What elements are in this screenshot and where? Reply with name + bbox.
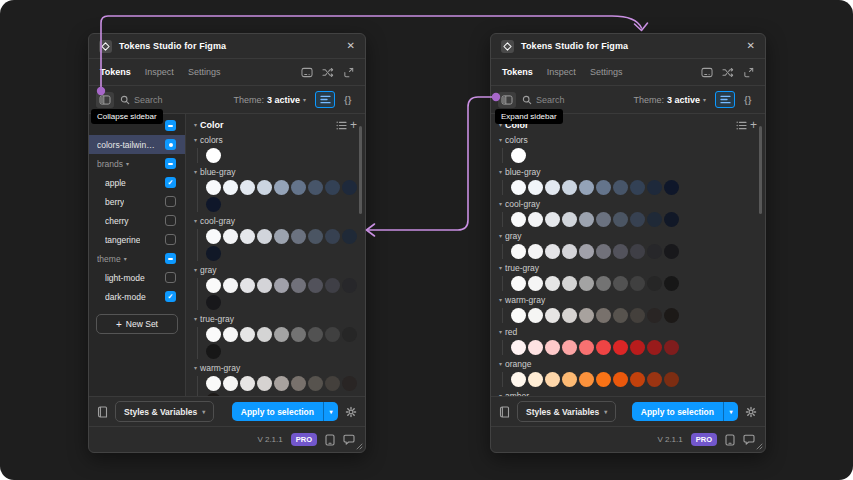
token-set-checkbox[interactable] [165, 196, 176, 207]
token-group-header[interactable]: ▾warm-gray [194, 362, 357, 374]
color-swatch[interactable] [630, 340, 645, 355]
color-swatch[interactable] [206, 393, 221, 396]
tab-tokens[interactable]: Tokens [100, 67, 131, 77]
token-set-checkbox[interactable] [165, 120, 176, 131]
color-swatch[interactable] [308, 278, 323, 293]
color-swatch[interactable] [342, 278, 357, 293]
color-swatch[interactable] [308, 327, 323, 342]
color-swatch[interactable] [240, 327, 255, 342]
color-swatch[interactable] [562, 212, 577, 227]
token-set-row[interactable]: berry [89, 192, 185, 211]
color-swatch[interactable] [206, 197, 221, 212]
color-swatch[interactable] [664, 180, 679, 195]
color-swatch[interactable] [206, 180, 221, 195]
settings-gear-icon[interactable] [745, 406, 757, 418]
tablet-icon[interactable] [725, 434, 735, 446]
color-swatch[interactable] [342, 376, 357, 391]
color-swatch[interactable] [545, 276, 560, 291]
color-swatch[interactable] [545, 180, 560, 195]
color-swatch[interactable] [325, 229, 340, 244]
add-token-button[interactable]: + [350, 119, 357, 131]
close-icon[interactable]: ✕ [347, 41, 355, 51]
token-group-header[interactable]: ▾gray [499, 230, 757, 242]
color-swatch[interactable] [511, 340, 526, 355]
bullet-list-icon[interactable] [336, 121, 347, 130]
color-swatch[interactable] [206, 344, 221, 359]
token-group-header[interactable]: ▾amber [499, 390, 757, 396]
color-swatch[interactable] [528, 340, 543, 355]
color-swatch[interactable] [545, 244, 560, 259]
color-swatch[interactable] [240, 376, 255, 391]
color-swatch[interactable] [596, 340, 611, 355]
color-swatch[interactable] [562, 308, 577, 323]
json-view-button[interactable]: {} [738, 91, 758, 108]
close-icon[interactable]: ✕ [747, 41, 755, 51]
color-swatch[interactable] [579, 276, 594, 291]
resize-handle[interactable] [754, 441, 763, 450]
color-swatch[interactable] [579, 372, 594, 387]
color-swatch[interactable] [630, 308, 645, 323]
color-swatch[interactable] [545, 340, 560, 355]
search-input[interactable] [536, 95, 606, 105]
color-swatch[interactable] [664, 372, 679, 387]
color-swatch[interactable] [545, 372, 560, 387]
apply-dropdown-button[interactable]: ▾ [323, 402, 338, 421]
color-swatch[interactable] [325, 180, 340, 195]
color-swatch[interactable] [579, 244, 594, 259]
color-swatch[interactable] [206, 148, 221, 163]
color-swatch[interactable] [596, 308, 611, 323]
color-swatch[interactable] [596, 212, 611, 227]
apply-dropdown-button[interactable]: ▾ [723, 402, 738, 421]
color-swatch[interactable] [630, 212, 645, 227]
color-swatch[interactable] [630, 276, 645, 291]
token-group-header[interactable]: ▾blue-gray [194, 166, 357, 178]
color-swatch[interactable] [206, 246, 221, 261]
search-box[interactable] [120, 95, 227, 105]
color-swatch[interactable] [647, 340, 662, 355]
add-token-button[interactable]: + [750, 119, 757, 131]
color-swatch[interactable] [274, 327, 289, 342]
collapse-window-icon[interactable] [343, 67, 354, 78]
theme-selector[interactable]: Theme: 3 active ▾ [633, 95, 706, 105]
search-box[interactable] [522, 95, 627, 105]
color-swatch[interactable] [630, 372, 645, 387]
color-swatch[interactable] [342, 229, 357, 244]
theme-selector[interactable]: Theme: 3 active ▾ [233, 95, 306, 105]
color-swatch[interactable] [562, 180, 577, 195]
color-swatch[interactable] [291, 229, 306, 244]
docs-book-icon[interactable] [499, 406, 510, 418]
color-swatch[interactable] [308, 180, 323, 195]
tab-inspect[interactable]: Inspect [145, 67, 174, 77]
list-view-button[interactable] [715, 91, 735, 108]
window-frame-icon[interactable] [301, 67, 313, 78]
color-swatch[interactable] [562, 372, 577, 387]
pro-badge[interactable]: PRO [291, 433, 317, 446]
token-set-checkbox[interactable] [165, 158, 176, 169]
color-swatch[interactable] [596, 244, 611, 259]
color-swatch[interactable] [613, 372, 628, 387]
color-swatch[interactable] [223, 376, 238, 391]
token-set-checkbox[interactable] [165, 215, 176, 226]
token-group-header[interactable]: ▾colors [194, 134, 357, 146]
chevron-down-icon[interactable]: ▾ [194, 122, 197, 128]
color-swatch[interactable] [274, 180, 289, 195]
settings-gear-icon[interactable] [345, 406, 357, 418]
color-swatch[interactable] [206, 327, 221, 342]
color-swatch[interactable] [647, 308, 662, 323]
color-swatch[interactable] [511, 244, 526, 259]
color-swatch[interactable] [528, 308, 543, 323]
color-swatch[interactable] [511, 148, 526, 163]
token-group-header[interactable]: ▾cool-gray [499, 198, 757, 210]
token-set-row[interactable]: light-mode [89, 268, 185, 287]
pro-badge[interactable]: PRO [691, 433, 717, 446]
color-swatch[interactable] [647, 276, 662, 291]
token-group-header[interactable]: ▾gray [194, 264, 357, 276]
color-swatch[interactable] [562, 340, 577, 355]
list-view-button[interactable] [315, 91, 335, 108]
color-swatch[interactable] [206, 295, 221, 310]
color-swatch[interactable] [579, 308, 594, 323]
token-group-header[interactable]: ▾blue-gray [499, 166, 757, 178]
tab-settings[interactable]: Settings [590, 67, 623, 77]
token-set-row[interactable]: apple✓ [89, 173, 185, 192]
color-swatch[interactable] [223, 327, 238, 342]
